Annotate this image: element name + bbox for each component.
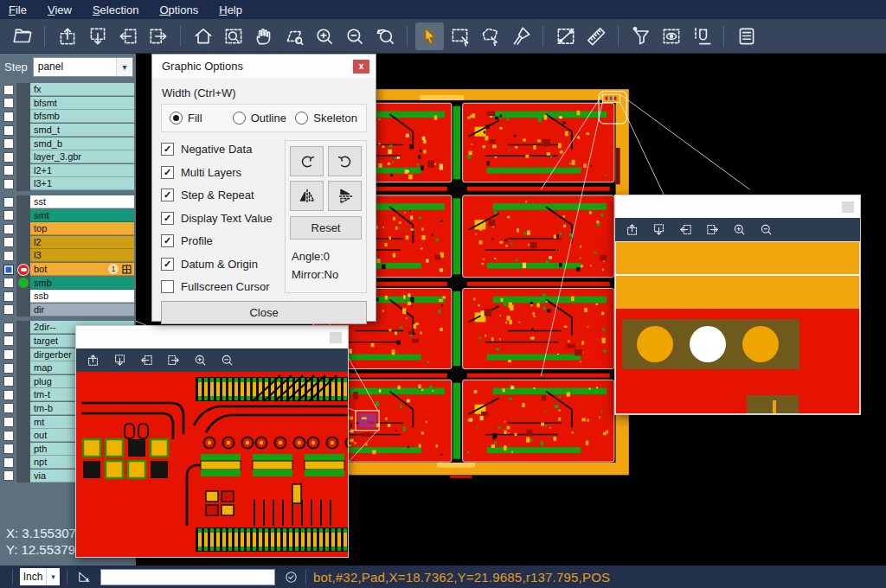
mirror-vertical-button[interactable] xyxy=(328,181,362,211)
layer-row-dir[interactable]: dir xyxy=(0,304,136,317)
layer-row-bfsmt[interactable]: bfsmt xyxy=(0,97,136,111)
magnifier-zoom-in-button[interactable] xyxy=(732,222,747,237)
menu-item-view[interactable]: View xyxy=(48,3,72,16)
toolbar-pan-down-button[interactable] xyxy=(83,22,112,50)
layer-name-bar[interactable]: fx xyxy=(30,83,134,96)
magnifier-pan-up-button[interactable] xyxy=(625,222,639,237)
layer-checkbox[interactable] xyxy=(3,470,14,481)
layer-row-ssb[interactable]: ssb xyxy=(0,290,136,304)
layer-checkbox[interactable] xyxy=(3,291,14,302)
layer-checkbox[interactable] xyxy=(3,444,14,454)
checkbox-negative-data[interactable]: ✓Negative Data xyxy=(161,143,278,156)
toolbar-zoom-window-button[interactable] xyxy=(219,22,247,50)
magnifier-zoom-out-button[interactable] xyxy=(220,353,234,368)
layer-name-bar[interactable]: l2 xyxy=(30,236,134,249)
unit-select[interactable]: Inch ▾ xyxy=(20,568,60,585)
toolbar-pan-up-button[interactable] xyxy=(53,22,81,50)
layer-row-l2[interactable]: l2 xyxy=(0,236,136,250)
radio-outline[interactable]: Outline xyxy=(233,112,296,125)
layer-row-l3[interactable]: l3 xyxy=(0,249,136,263)
toolbar-open-folder-button[interactable] xyxy=(8,22,36,50)
close-icon[interactable]: x xyxy=(353,60,369,74)
checkbox-datum-origin[interactable]: ✓Datum & Origin xyxy=(161,258,278,271)
toolbar-snap-button[interactable] xyxy=(687,22,716,50)
layer-checkbox[interactable] xyxy=(3,349,14,360)
command-input[interactable] xyxy=(100,569,275,585)
toolbar-measure-line-button[interactable] xyxy=(551,22,580,50)
layer-row-bfsmb[interactable]: bfsmb xyxy=(0,110,136,124)
layer-checkbox[interactable] xyxy=(3,237,14,247)
toolbar-zoom-previous-button[interactable] xyxy=(370,22,399,50)
layer-checkbox[interactable] xyxy=(3,403,14,413)
layer-name-bar[interactable]: smd_t xyxy=(30,124,134,137)
layer-checkbox[interactable] xyxy=(3,179,14,189)
layer-row-smb[interactable]: smb xyxy=(0,276,136,290)
magnifier-pan-left-button[interactable] xyxy=(678,222,693,237)
popup-window-button[interactable] xyxy=(330,332,342,343)
rotate-cw-button[interactable] xyxy=(290,146,324,176)
layer-name-bar[interactable]: smd_b xyxy=(30,137,134,150)
magnifier-pan-up-button[interactable] xyxy=(86,353,100,368)
menu-item-selection[interactable]: Selection xyxy=(93,3,138,16)
checkbox-display-text-value[interactable]: ✓Display Text Value xyxy=(161,212,278,225)
layer-checkbox[interactable] xyxy=(3,265,14,275)
toolbar-view-options-button[interactable] xyxy=(657,22,685,50)
mirror-horizontal-button[interactable] xyxy=(290,181,324,211)
toolbar-zoom-out-button[interactable] xyxy=(340,22,369,50)
layer-checkbox[interactable] xyxy=(3,336,14,346)
layer-name-bar[interactable]: l3 xyxy=(30,249,134,262)
checkbox-fullscreen-cursor[interactable]: Fullscreen Cursor xyxy=(161,280,278,293)
angle-measure-icon[interactable] xyxy=(76,569,92,585)
layer-checkbox[interactable] xyxy=(3,390,14,400)
layer-checkbox[interactable] xyxy=(3,152,14,163)
rotate-ccw-button[interactable] xyxy=(328,146,362,176)
menu-item-file[interactable]: File xyxy=(9,3,27,16)
dialog-titlebar[interactable]: Graphic Options x xyxy=(152,54,376,78)
magnifier-popup-left[interactable] xyxy=(75,325,349,558)
magnifier-pan-left-button[interactable] xyxy=(139,353,154,368)
layer-checkbox[interactable] xyxy=(3,210,14,220)
layer-row-sst[interactable]: sst xyxy=(0,195,136,209)
magnifier-pan-right-button[interactable] xyxy=(705,222,720,237)
layer-checkbox[interactable] xyxy=(3,138,14,149)
layer-name-bar[interactable]: dir xyxy=(30,304,134,316)
layer-checkbox[interactable] xyxy=(3,417,14,427)
menu-item-options[interactable]: Options xyxy=(159,3,198,16)
layer-checkbox[interactable] xyxy=(3,457,14,468)
toolbar-select-rect-button[interactable] xyxy=(446,22,474,50)
layer-row-l3+1[interactable]: l3+1 xyxy=(0,177,136,191)
layer-name-bar[interactable]: bfsmt xyxy=(30,97,134,110)
layer-name-bar[interactable]: ssb xyxy=(30,290,134,303)
toolbar-measure-ruler-button[interactable] xyxy=(581,22,610,50)
magnifier-popup-right[interactable] xyxy=(614,195,861,415)
layer-name-bar[interactable]: smb xyxy=(30,277,134,290)
magnifier-content-right[interactable] xyxy=(615,241,860,414)
radio-fill[interactable]: Fill xyxy=(170,112,233,125)
layer-name-bar[interactable]: l3+1 xyxy=(30,177,134,190)
toolbar-pan-right-button[interactable] xyxy=(144,22,172,50)
magnifier-pan-down-button[interactable] xyxy=(652,222,666,237)
layer-checkbox[interactable] xyxy=(3,278,14,288)
layer-name-bar[interactable]: bot1 xyxy=(30,263,134,276)
layer-checkbox[interactable] xyxy=(3,224,14,234)
layer-name-bar[interactable]: smt xyxy=(30,209,134,222)
layer-row-l2+1[interactable]: l2+1 xyxy=(0,164,136,178)
toolbar-select-arrow-button[interactable] xyxy=(415,22,444,50)
layer-checkbox[interactable] xyxy=(3,323,14,333)
layer-row-smd_b[interactable]: smd_b xyxy=(0,137,136,150)
layer-row-smd_t[interactable]: smd_t xyxy=(0,124,136,137)
layer-name-bar[interactable]: l2+1 xyxy=(30,164,134,177)
layer-name-bar[interactable]: top xyxy=(30,222,134,235)
layer-row-bot[interactable]: bot1 xyxy=(0,263,136,277)
layer-checkbox[interactable] xyxy=(3,431,14,441)
layer-name-bar[interactable]: layer_3.gbr xyxy=(30,150,134,163)
menu-item-help[interactable]: Help xyxy=(219,3,242,16)
magnifier-zoom-out-button[interactable] xyxy=(759,222,774,237)
step-select[interactable]: panel ▾ xyxy=(33,57,133,77)
layer-row-smt[interactable]: smt xyxy=(0,208,136,222)
toolbar-properties-panel-button[interactable] xyxy=(732,22,761,50)
layer-checkbox[interactable] xyxy=(3,251,14,261)
layer-checkbox[interactable] xyxy=(3,165,14,176)
reset-button[interactable]: Reset xyxy=(290,216,362,240)
toolbar-home-button[interactable] xyxy=(189,22,217,50)
